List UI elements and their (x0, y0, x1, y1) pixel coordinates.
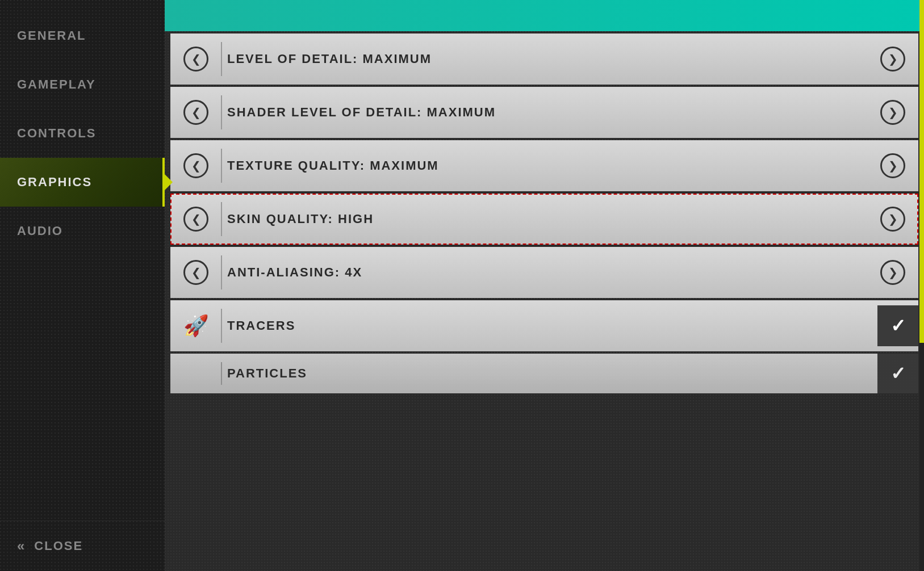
right-arrow-icon[interactable]: ❯ (880, 207, 905, 232)
tracers-label: TRACERS (221, 318, 877, 333)
texture-quality-label: TEXTURE QUALITY: MAXIMUM (221, 158, 867, 173)
close-button[interactable]: « CLOSE (0, 520, 165, 571)
sidebar-item-controls-label: CONTROLS (17, 126, 96, 140)
scrollbar-thumb[interactable] (919, 0, 924, 343)
texture-quality-left-arrow[interactable]: ❮ (170, 153, 221, 178)
active-indicator (165, 174, 173, 190)
rocket-icon: 🚀 (183, 314, 209, 338)
top-bar (165, 0, 924, 31)
right-arrow-icon[interactable]: ❯ (880, 260, 905, 285)
particles-toggle[interactable]: ✓ (877, 354, 918, 393)
particles-label: PARTICLES (221, 366, 877, 381)
anti-aliasing-row[interactable]: ❮ ANTI-ALIASING: 4X ❯ (170, 247, 918, 298)
sidebar-item-gameplay[interactable]: GAMEPLAY (0, 60, 165, 109)
sidebar-item-general[interactable]: GENERAL (0, 11, 165, 60)
anti-aliasing-right-arrow[interactable]: ❯ (867, 260, 918, 285)
settings-list: ❮ LEVEL OF DETAIL: MAXIMUM ❯ ❮ SHADER LE… (165, 33, 924, 401)
sidebar-item-gameplay-label: GAMEPLAY (17, 77, 96, 91)
skin-quality-left-arrow[interactable]: ❮ (170, 207, 221, 232)
shader-lod-right-arrow[interactable]: ❯ (867, 100, 918, 125)
particles-row[interactable]: PARTICLES ✓ (170, 354, 918, 393)
tracers-row[interactable]: 🚀 TRACERS ✓ (170, 300, 918, 351)
anti-aliasing-left-arrow[interactable]: ❮ (170, 260, 221, 285)
texture-quality-right-arrow[interactable]: ❯ (867, 153, 918, 178)
level-of-detail-row[interactable]: ❮ LEVEL OF DETAIL: MAXIMUM ❯ (170, 33, 918, 85)
sidebar-item-graphics-label: GRAPHICS (17, 175, 92, 189)
level-of-detail-left-arrow[interactable]: ❮ (170, 47, 221, 72)
left-arrow-icon[interactable]: ❮ (183, 47, 208, 72)
level-of-detail-right-arrow[interactable]: ❯ (867, 47, 918, 72)
right-arrow-icon[interactable]: ❯ (880, 153, 905, 178)
texture-quality-row[interactable]: ❮ TEXTURE QUALITY: MAXIMUM ❯ (170, 140, 918, 191)
tracers-toggle[interactable]: ✓ (877, 305, 918, 346)
level-of-detail-label: LEVEL OF DETAIL: MAXIMUM (221, 52, 867, 66)
sidebar-item-graphics[interactable]: GRAPHICS (0, 158, 165, 207)
checkmark-icon: ✓ (890, 315, 906, 337)
double-left-arrow-icon: « (17, 538, 26, 554)
sidebar-item-audio[interactable]: AUDIO (0, 207, 165, 255)
sidebar-item-general-label: GENERAL (17, 28, 86, 43)
sidebar-nav: GENERAL GAMEPLAY CONTROLS GRAPHICS AUDIO (0, 0, 165, 520)
shader-lod-label: SHADER LEVEL OF DETAIL: MAXIMUM (221, 105, 867, 120)
right-arrow-icon[interactable]: ❯ (880, 47, 905, 72)
skin-quality-label: SKIN QUALITY: HIGH (221, 212, 867, 226)
left-arrow-icon[interactable]: ❮ (183, 100, 208, 125)
checkmark-icon: ✓ (890, 363, 906, 384)
shader-lod-row[interactable]: ❮ SHADER LEVEL OF DETAIL: MAXIMUM ❯ (170, 87, 918, 138)
sidebar-item-controls[interactable]: CONTROLS (0, 109, 165, 158)
left-arrow-icon[interactable]: ❮ (183, 260, 208, 285)
left-arrow-icon[interactable]: ❮ (183, 207, 208, 232)
sidebar-item-audio-label: AUDIO (17, 224, 63, 238)
close-label: CLOSE (34, 539, 83, 553)
main-content: ❮ LEVEL OF DETAIL: MAXIMUM ❯ ❮ SHADER LE… (165, 0, 924, 571)
anti-aliasing-label: ANTI-ALIASING: 4X (221, 265, 867, 280)
tracers-icon-area: 🚀 (170, 314, 221, 338)
shader-lod-left-arrow[interactable]: ❮ (170, 100, 221, 125)
right-arrow-icon[interactable]: ❯ (880, 100, 905, 125)
sidebar: GENERAL GAMEPLAY CONTROLS GRAPHICS AUDIO… (0, 0, 165, 571)
skin-quality-row[interactable]: ❮ SKIN QUALITY: HIGH ❯ (170, 194, 918, 245)
skin-quality-right-arrow[interactable]: ❯ (867, 207, 918, 232)
scrollbar-track[interactable] (919, 0, 924, 571)
left-arrow-icon[interactable]: ❮ (183, 153, 208, 178)
